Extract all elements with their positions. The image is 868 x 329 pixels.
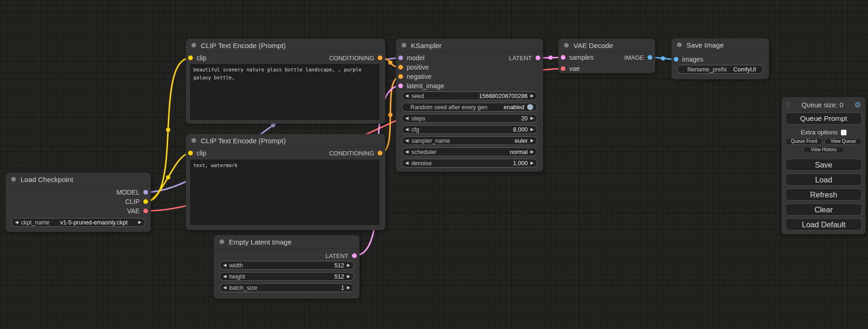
input-label-clip: clip (197, 54, 206, 62)
decrement-arrow-icon[interactable]: ◀ (405, 94, 409, 98)
increment-arrow-icon[interactable]: ▶ (347, 274, 350, 279)
widget-seed[interactable]: ◀ seed 156680208700286 ▶ (402, 91, 537, 100)
node-title: Load Checkpoint (21, 175, 73, 183)
input-label-positive: positive (407, 63, 429, 71)
input-dot-positive[interactable] (398, 65, 403, 70)
node-title-bar[interactable]: CLIP Text Encode (Prompt) (186, 39, 385, 52)
input-label-negative: negative (407, 73, 431, 80)
node-title: CLIP Text Encode (Prompt) (201, 137, 286, 145)
node-vae-decode[interactable]: VAE Decode samples vae IMAGE (558, 39, 655, 73)
node-clip-text-encode-negative[interactable]: CLIP Text Encode (Prompt) clip CONDITION… (186, 134, 385, 230)
collapse-dot-icon[interactable] (191, 138, 196, 143)
increment-arrow-icon[interactable]: ▶ (530, 127, 534, 132)
output-dot-image[interactable] (648, 55, 652, 60)
output-slot-vae: VAE (127, 206, 148, 216)
decrement-arrow-icon[interactable]: ◀ (15, 220, 18, 224)
save-button[interactable]: Save (785, 159, 862, 171)
node-title: KSampler (411, 42, 442, 49)
drag-handle[interactable] (786, 102, 790, 108)
output-dot-clip[interactable] (143, 199, 148, 204)
decrement-arrow-icon[interactable]: ◀ (405, 127, 409, 132)
widget-cfg[interactable]: ◀ cfg 8.000 ▶ (402, 125, 537, 134)
node-title-bar[interactable]: Empty Latent Image (214, 235, 360, 249)
widget-steps[interactable]: ◀ steps 20 ▶ (402, 114, 537, 123)
collapse-dot-icon[interactable] (402, 43, 406, 48)
decrement-arrow-icon[interactable]: ◀ (223, 274, 226, 279)
clear-button[interactable]: Clear (785, 203, 862, 216)
refresh-button[interactable]: Refresh (785, 189, 862, 201)
collapse-dot-icon[interactable] (191, 43, 196, 48)
settings-gear-icon[interactable]: ⚙ (854, 101, 861, 109)
node-graph-canvas[interactable]: Load Checkpoint MODEL CLIP VAE ◀ ckpt_na… (0, 0, 868, 329)
input-dot-latent-image[interactable] (398, 84, 403, 88)
widget-random-seed-toggle[interactable]: Random seed after every gen enabled (402, 103, 537, 112)
widget-label: Random seed after every gen (410, 104, 487, 111)
output-label-model: MODEL (116, 189, 140, 196)
toggle-dot[interactable] (527, 104, 533, 110)
increment-arrow-icon[interactable]: ▶ (347, 263, 350, 267)
input-slot-latent-image: latent_image (398, 81, 444, 91)
prompt-text-field[interactable]: text, watermark (190, 160, 380, 225)
output-dot-latent[interactable] (536, 56, 540, 60)
output-dot-vae[interactable] (143, 209, 148, 213)
widget-sampler-name[interactable]: ◀ sampler_name euler ▶ (402, 136, 537, 145)
increment-arrow-icon[interactable]: ▶ (347, 286, 350, 290)
input-dot-images[interactable] (674, 57, 678, 62)
node-ksampler[interactable]: KSampler model positive negative latent_… (396, 39, 543, 172)
widget-width[interactable]: ◀ width 512 ▶ (219, 261, 354, 270)
increment-arrow-icon[interactable]: ▶ (530, 139, 534, 143)
input-dot-model[interactable] (398, 56, 403, 60)
increment-arrow-icon[interactable]: ▶ (530, 94, 534, 98)
input-slot-clip: clip (188, 53, 206, 63)
output-dot-conditioning[interactable] (378, 151, 382, 155)
prompt-text-field[interactable]: beautiful scenery nature glass bottle la… (190, 64, 380, 120)
collapse-dot-icon[interactable] (11, 177, 16, 182)
decrement-arrow-icon[interactable]: ◀ (223, 286, 226, 290)
load-button[interactable]: Load (785, 174, 862, 186)
output-dot-conditioning[interactable] (378, 56, 382, 60)
decrement-arrow-icon[interactable]: ◀ (405, 116, 409, 120)
extra-options-checkbox[interactable] (841, 130, 847, 135)
input-dot-samples[interactable] (561, 55, 565, 60)
queue-size-label: Queue size: 0 (802, 101, 843, 109)
load-default-button[interactable]: Load Default (785, 218, 862, 231)
widget-batch-size[interactable]: ◀ batch_size 1 ▶ (219, 283, 354, 292)
widget-filename-prefix[interactable]: filename_prefix ComfyUI (677, 65, 763, 74)
collapse-dot-icon[interactable] (219, 239, 224, 244)
node-title-bar[interactable]: Save Image (671, 38, 769, 52)
increment-arrow-icon[interactable]: ▶ (530, 116, 534, 120)
collapse-dot-icon[interactable] (677, 42, 682, 47)
decrement-arrow-icon[interactable]: ◀ (405, 161, 409, 165)
input-dot-vae[interactable] (561, 66, 565, 71)
increment-arrow-icon[interactable]: ▶ (138, 220, 141, 224)
output-dot-model[interactable] (143, 190, 148, 195)
increment-arrow-icon[interactable]: ▶ (530, 150, 534, 154)
node-load-checkpoint[interactable]: Load Checkpoint MODEL CLIP VAE ◀ ckpt_na… (6, 173, 151, 232)
decrement-arrow-icon[interactable]: ◀ (405, 150, 409, 154)
node-title-bar[interactable]: VAE Decode (558, 39, 655, 52)
output-dot-latent[interactable] (352, 253, 357, 258)
decrement-arrow-icon[interactable]: ◀ (405, 139, 409, 143)
input-dot-clip[interactable] (188, 151, 193, 155)
input-dot-clip[interactable] (188, 56, 193, 60)
view-queue-button[interactable]: View Queue (825, 138, 862, 145)
increment-arrow-icon[interactable]: ▶ (530, 161, 534, 165)
node-title-bar[interactable]: Load Checkpoint (6, 173, 151, 186)
node-empty-latent-image[interactable]: Empty Latent Image LATENT ◀ width 512 ▶ … (214, 235, 360, 299)
collapse-dot-icon[interactable] (564, 43, 569, 48)
widget-label: width (229, 262, 243, 269)
widget-ckpt-name[interactable]: ◀ ckpt_name v1-5-pruned-emaonly.ckpt ▶ (11, 218, 145, 227)
widget-scheduler[interactable]: ◀ scheduler normal ▶ (402, 147, 537, 156)
input-dot-negative[interactable] (398, 74, 403, 79)
decrement-arrow-icon[interactable]: ◀ (223, 263, 226, 267)
node-title-bar[interactable]: CLIP Text Encode (Prompt) (186, 134, 385, 147)
node-clip-text-encode-positive[interactable]: CLIP Text Encode (Prompt) clip CONDITION… (186, 39, 385, 124)
queue-prompt-button[interactable]: Queue Prompt (785, 112, 862, 125)
queue-front-button[interactable]: Queue Front (785, 138, 823, 145)
node-save-image[interactable]: Save Image images filename_prefix ComfyU… (671, 38, 769, 79)
widget-height[interactable]: ◀ height 512 ▶ (219, 272, 354, 281)
node-title-bar[interactable]: KSampler (396, 39, 543, 52)
view-history-button[interactable]: View History (803, 147, 844, 153)
widget-denoise[interactable]: ◀ denoise 1.000 ▶ (402, 159, 537, 168)
queue-panel: Queue size: 0 ⚙ Queue Prompt Extra optio… (782, 97, 866, 234)
